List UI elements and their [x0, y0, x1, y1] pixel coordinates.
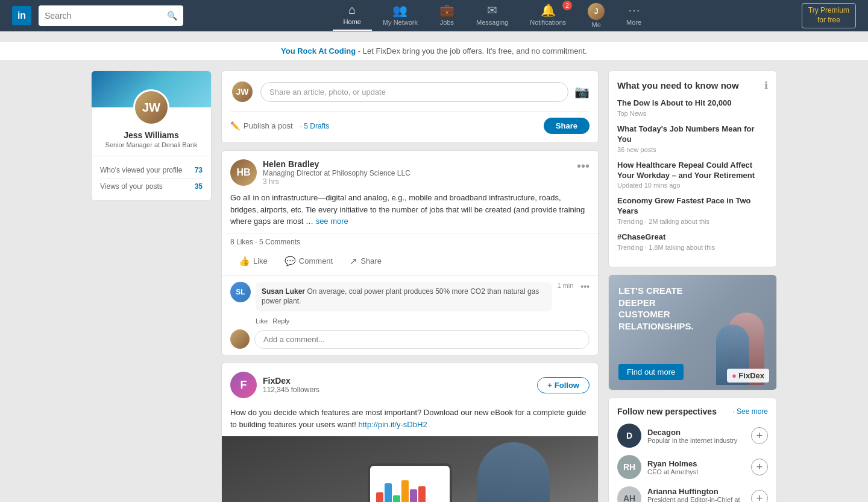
- news-title-2[interactable]: How Healthcare Repeal Could Affect Your …: [617, 160, 768, 181]
- linkedin-logo[interactable]: in: [12, 6, 31, 25]
- stat-post-views[interactable]: Views of your posts 35: [100, 179, 203, 194]
- info-icon[interactable]: ℹ: [764, 80, 768, 91]
- stat-profile-views[interactable]: Who's viewed your profile 73: [100, 162, 203, 179]
- comment-button-helen[interactable]: 💬 Comment: [276, 252, 341, 270]
- news-card-title: What you need to know now: [617, 80, 739, 91]
- follow-item-2: AH Arianna Huffington President and Edit…: [617, 486, 768, 502]
- like-button-helen[interactable]: 👍 Like: [230, 252, 276, 270]
- search-input[interactable]: [45, 11, 163, 21]
- composer-top: JW Share an article, photo, or update 📷: [230, 80, 590, 104]
- post-author-name-helen[interactable]: Helen Bradley: [263, 159, 571, 169]
- share-button-helen[interactable]: ↗ Share: [341, 252, 390, 270]
- messaging-icon: ✉: [487, 3, 497, 17]
- follow-add-1[interactable]: +: [751, 459, 768, 475]
- nav-me-label: Me: [591, 21, 600, 28]
- jobs-icon: 💼: [439, 3, 454, 17]
- publish-post-button[interactable]: ✏️ Publish a post · 5 Drafts: [230, 121, 329, 130]
- premium-sublabel: for free: [817, 16, 840, 24]
- follow-add-2[interactable]: +: [751, 490, 768, 502]
- search-bar[interactable]: 🔍: [39, 5, 183, 26]
- news-title-0[interactable]: The Dow is About to Hit 20,000: [617, 98, 768, 109]
- nav-notifications[interactable]: 🔔 2 Notifications: [519, 1, 577, 31]
- follow-name-1[interactable]: Ryan Holmes: [647, 459, 745, 468]
- search-icon: 🔍: [167, 11, 177, 21]
- follow-item-0: D Decagon Popular in the internet indust…: [617, 424, 768, 448]
- post-content-helen: Go all in on infrastructure—digital and …: [222, 192, 598, 234]
- news-sub-4: Trending · 1.8M talking about this: [617, 244, 768, 251]
- notifications-icon: 🔔: [541, 3, 556, 17]
- like-icon: 👍: [239, 256, 250, 267]
- follow-name-2[interactable]: Arianna Huffington: [647, 487, 745, 496]
- nav-messaging[interactable]: ✉ Messaging: [465, 1, 519, 31]
- follow-avatar-0: D: [617, 424, 641, 448]
- comment-reply-susan[interactable]: Reply: [272, 317, 289, 325]
- follow-desc-2: President and Editor-in-Chief at The: [647, 496, 745, 502]
- fixdex-followers: 112,345 followers: [263, 386, 531, 394]
- comment-section-helen: SL Susan Luker On average, coal power pl…: [222, 275, 598, 355]
- comment-like-susan[interactable]: Like: [256, 317, 268, 325]
- banner-link[interactable]: You Rock At Coding: [281, 46, 356, 56]
- comment-row-susan: SL Susan Luker On average, coal power pl…: [230, 282, 590, 312]
- add-comment-avatar: [230, 329, 250, 349]
- camera-icon[interactable]: 📷: [574, 84, 590, 99]
- nav-notifications-label: Notifications: [530, 19, 566, 26]
- fixdex-logo-letter: F: [241, 379, 247, 392]
- profile-stats: Who's viewed your profile 73 Views of yo…: [92, 156, 211, 200]
- post-author-title-helen: Managing Director at Philosophy Science …: [263, 169, 571, 177]
- comment-time-susan: 1 min: [557, 282, 573, 289]
- composer-input[interactable]: Share an article, photo, or update: [260, 82, 568, 102]
- post-header-helen: HB Helen Bradley Managing Director at Ph…: [222, 151, 598, 192]
- premium-button[interactable]: Try Premium for free: [802, 3, 856, 28]
- follow-label: Follow: [555, 381, 579, 390]
- me-icon: J: [588, 3, 605, 20]
- more-icon: ⋯: [628, 3, 640, 17]
- post-composer: JW Share an article, photo, or update 📷 …: [221, 71, 599, 143]
- post-menu-helen[interactable]: •••: [577, 159, 590, 173]
- fixdex-link[interactable]: http://pin.it/y-sDbH2: [358, 420, 427, 429]
- stat-label-posts: Views of your posts: [100, 182, 163, 191]
- follow-info-1: Ryan Holmes CEO at Amethyst: [647, 459, 745, 475]
- ad-image: LET'S CREATE DEEPER CUSTOMER RELATIONSHI…: [609, 275, 776, 390]
- ad-cta-button[interactable]: Find out more: [618, 364, 684, 380]
- news-title-3[interactable]: Economy Grew Fastest Pace in Two Years: [617, 196, 768, 217]
- nav-jobs[interactable]: 💼 Jobs: [429, 1, 465, 31]
- news-item-3: Economy Grew Fastest Pace in Two Years T…: [617, 196, 768, 225]
- comment-author-susan: Susan Luker: [262, 287, 305, 296]
- publish-label: Publish a post: [244, 121, 293, 130]
- drafts-label[interactable]: · 5 Drafts: [300, 122, 330, 130]
- see-more-helen[interactable]: see more: [316, 217, 348, 226]
- profile-name[interactable]: Jess Williams: [99, 130, 204, 140]
- nav-items: ⌂ Home 👥 My Network 💼 Jobs ✉ Messaging 🔔…: [183, 1, 802, 31]
- add-comment-input[interactable]: [254, 330, 590, 349]
- stat-num-posts: 35: [195, 182, 203, 191]
- composer-avatar: JW: [230, 80, 254, 104]
- nav-network[interactable]: 👥 My Network: [372, 1, 429, 31]
- right-sidebar: What you need to know now ℹ The Dow is A…: [608, 71, 777, 502]
- ad-headline: LET'S CREATE DEEPER CUSTOMER RELATIONSHI…: [618, 285, 700, 332]
- like-label: Like: [253, 256, 268, 265]
- news-title-1[interactable]: What Today's Job Numbers Mean for You: [617, 124, 768, 145]
- nav-network-label: My Network: [383, 19, 418, 26]
- post-author-info-helen: Helen Bradley Managing Director at Philo…: [263, 159, 571, 186]
- post-author-avatar-helen: HB: [230, 159, 257, 186]
- follow-name-0[interactable]: Decagon: [647, 428, 745, 437]
- follow-item-1: RH Ryan Holmes CEO at Amethyst +: [617, 455, 768, 479]
- news-title-4[interactable]: #ChaseGreat: [617, 232, 768, 243]
- news-item-2: How Healthcare Repeal Could Affect Your …: [617, 160, 768, 189]
- profile-info: Jess Williams Senior Manager at Denali B…: [92, 126, 211, 156]
- see-more-link[interactable]: · See more: [732, 407, 768, 416]
- nav-home[interactable]: ⌂ Home: [333, 1, 372, 31]
- nav-me[interactable]: J Me: [577, 1, 615, 31]
- share-button[interactable]: Share: [544, 118, 590, 134]
- follow-fixdex-button[interactable]: + Follow: [537, 377, 590, 393]
- navbar-right: Try Premium for free: [802, 3, 856, 28]
- feed-post-helen: HB Helen Bradley Managing Director at Ph…: [221, 150, 599, 355]
- left-sidebar: JW Jess Williams Senior Manager at Denal…: [91, 71, 212, 201]
- stat-label-views: Who's viewed your profile: [100, 166, 182, 174]
- fixdex-name[interactable]: FixDex: [263, 376, 531, 386]
- nav-messaging-label: Messaging: [476, 19, 508, 26]
- edit-icon: ✏️: [230, 121, 240, 130]
- nav-more[interactable]: ⋯ More: [615, 1, 652, 31]
- comment-menu-susan[interactable]: •••: [580, 282, 590, 291]
- follow-add-0[interactable]: +: [751, 427, 768, 444]
